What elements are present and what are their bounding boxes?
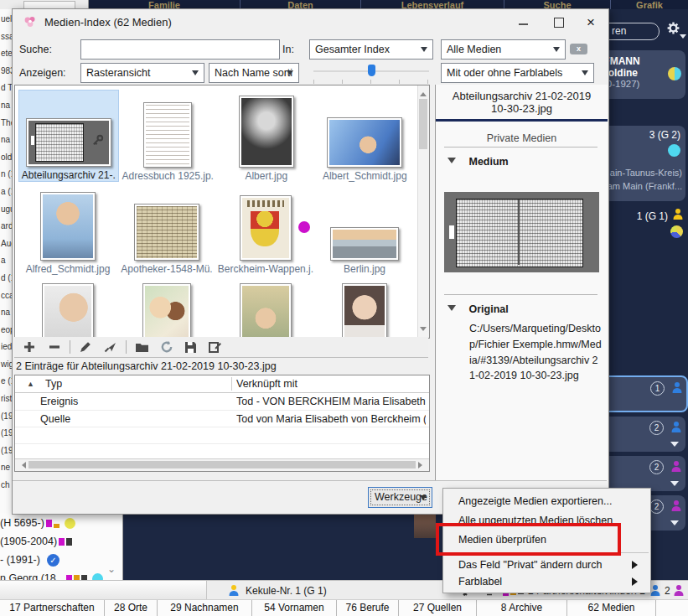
media-item[interactable]: Apotheker-1548-Mü. bbox=[117, 186, 216, 275]
detach-pin-button[interactable] bbox=[103, 340, 117, 354]
stat-quellen[interactable]: 27 Quellen bbox=[399, 600, 477, 616]
links-table: ▲ Typ Verknüpft mit Ereignis Tod - VON B… bbox=[14, 375, 430, 472]
list-item-label: - (1991-) bbox=[0, 554, 40, 566]
tab-grafik[interactable]: Grafik bbox=[611, 0, 688, 9]
stat-berufe[interactable]: 76 Berufe bbox=[337, 600, 399, 616]
table-header-row[interactable]: ▲ Typ Verknüpft mit bbox=[15, 375, 429, 393]
scroll-down-arrow[interactable] bbox=[420, 327, 427, 334]
stat-archive[interactable]: 8 Archive bbox=[477, 600, 567, 616]
close-button[interactable]: × bbox=[584, 16, 597, 29]
media-item-label: Albert_Schmidt.jpg bbox=[323, 170, 407, 182]
gear-icon[interactable] bbox=[666, 21, 680, 35]
column-header-typ[interactable]: Typ bbox=[45, 375, 62, 392]
media-toolbar bbox=[14, 337, 428, 358]
stat-orte[interactable]: 28 Orte bbox=[105, 600, 158, 616]
color-label-chip bbox=[54, 524, 59, 528]
scroll-left-arrow[interactable] bbox=[18, 462, 26, 468]
scroll-right-arrow[interactable] bbox=[418, 462, 426, 468]
scroll-down-chevron[interactable]: ⌄ bbox=[107, 563, 116, 575]
media-item[interactable]: Adressbuch 1925.jp. bbox=[119, 90, 218, 182]
list-item[interactable]: - (1991-)✓ bbox=[0, 551, 122, 568]
search-label: Suche: bbox=[19, 44, 52, 55]
grid-vertical-scrollbar[interactable] bbox=[417, 85, 429, 338]
stat-partnerschaften[interactable]: 17 Partnerschaften bbox=[0, 600, 105, 616]
edit-pencil-button[interactable] bbox=[79, 340, 92, 354]
union-number: 1 bbox=[650, 381, 665, 396]
row-linked: Tod von Maria Elisabeth von Berckheim (1… bbox=[236, 411, 426, 427]
slider-handle[interactable] bbox=[368, 65, 375, 76]
open-folder-button[interactable] bbox=[135, 341, 149, 354]
media-detail-title: Abteilungsarchiv 21-02-2019 10-30-23.jpg bbox=[444, 90, 599, 115]
clear-search-button[interactable]: x bbox=[570, 44, 587, 54]
index-scope-dropdown[interactable]: Gesamter Index bbox=[309, 39, 433, 60]
media-item[interactable]: Alfred_Schmidt.jpg bbox=[18, 186, 117, 275]
toolbar-separator bbox=[70, 340, 70, 354]
expand-chevron-icon[interactable] bbox=[670, 520, 679, 530]
background-list-bottom: (H 5695-) (1905-2004) - (1991-)✓ n Georg… bbox=[0, 513, 123, 580]
werkzeuge-button[interactable]: Werkzeuge bbox=[368, 487, 432, 508]
add-media-button[interactable] bbox=[23, 340, 36, 354]
minimize-button[interactable] bbox=[517, 16, 530, 29]
table-horizontal-scrollbar[interactable] bbox=[15, 458, 429, 471]
media-item-label: Berckheim-Wappen.j. bbox=[218, 263, 313, 275]
person-icon-blue bbox=[670, 422, 681, 432]
sort-asc-icon[interactable]: ▲ bbox=[27, 375, 34, 392]
media-item[interactable] bbox=[315, 283, 414, 339]
media-item[interactable]: Albert.jpg bbox=[217, 90, 316, 182]
table-row[interactable]: Ereignis Tod - VON BERCKHEIM Maria Elisa… bbox=[15, 393, 429, 410]
menu-item-label: Farblabel bbox=[458, 576, 502, 588]
table-row[interactable]: Quelle Tod von Maria Elisabeth von Berck… bbox=[15, 410, 429, 427]
collapse-triangle-icon[interactable] bbox=[447, 158, 456, 168]
color-label-filter-dropdown[interactable]: Mit oder ohne Farblabels bbox=[441, 63, 594, 83]
column-header-verknuepft[interactable]: Verknüpft mit bbox=[236, 375, 426, 392]
list-item-label: n Georg (18... bbox=[0, 572, 65, 580]
book-tab bbox=[449, 225, 454, 239]
search-input[interactable] bbox=[80, 39, 280, 60]
generation-count: 3 (G 2) bbox=[649, 129, 680, 141]
maximize-button[interactable] bbox=[552, 16, 566, 29]
scroll-up-arrow[interactable] bbox=[420, 89, 427, 96]
dialog-bottom-separator bbox=[13, 480, 607, 481]
anzeigen-label: Anzeigen: bbox=[19, 67, 66, 79]
media-item[interactable] bbox=[216, 283, 315, 339]
list-item[interactable]: (H 5695-) bbox=[0, 515, 122, 531]
sort-dropdown[interactable]: Nach Name sorti bbox=[209, 63, 299, 83]
color-label-chip bbox=[59, 538, 65, 546]
media-preview-image[interactable] bbox=[444, 192, 599, 272]
medium-section-header[interactable]: Medium bbox=[447, 156, 509, 168]
dialog-title-bar[interactable]: Medien-Index (62 Medien) × bbox=[13, 9, 608, 34]
stat-vornamen[interactable]: 54 Vornamen bbox=[252, 600, 337, 616]
media-item[interactable]: Albert_Schmidt.jpg bbox=[316, 90, 415, 182]
refresh-button[interactable] bbox=[160, 340, 173, 354]
menu-item-export[interactable]: Angezeigte Medien exportieren... bbox=[443, 492, 650, 511]
kekule-generation-label: 1 (G 1) bbox=[637, 210, 668, 222]
magenta-color-label-dot bbox=[298, 221, 310, 233]
in-label: In: bbox=[282, 44, 294, 55]
background-photo-fragment bbox=[414, 515, 436, 538]
stat-medien[interactable]: 62 Medien bbox=[567, 600, 656, 616]
collapse-triangle-icon[interactable] bbox=[447, 305, 456, 315]
media-item[interactable]: Berckheim-Wappen.j. bbox=[216, 186, 315, 275]
scrollbar-thumb[interactable] bbox=[28, 461, 416, 468]
submenu-arrow-icon bbox=[632, 577, 642, 586]
list-item[interactable]: n Georg (18... bbox=[0, 570, 122, 580]
submenu-arrow-icon bbox=[632, 561, 642, 569]
edit-document-button[interactable] bbox=[208, 340, 222, 354]
expand-chevron-icon[interactable] bbox=[670, 481, 679, 490]
save-button[interactable] bbox=[184, 341, 197, 354]
media-item-selected[interactable]: Abteilungsarchiv 21-. bbox=[18, 90, 119, 182]
name-list-fragments: uell ssa ete 983 d Th na M Ther na ( old… bbox=[1, 11, 13, 494]
list-item[interactable]: (1905-2004) bbox=[0, 533, 122, 550]
menu-item-farblabel[interactable]: Farblabel bbox=[443, 572, 650, 592]
remove-media-button[interactable] bbox=[48, 340, 61, 354]
stat-nachnamen[interactable]: 29 Nachnamen bbox=[158, 600, 252, 616]
original-section-header[interactable]: Original bbox=[447, 303, 509, 315]
expand-chevron-icon[interactable] bbox=[670, 442, 679, 451]
private-media-label[interactable]: Private Medien bbox=[436, 132, 608, 144]
view-mode-dropdown[interactable]: Rasteransicht bbox=[80, 63, 204, 83]
media-type-dropdown[interactable]: Alle Medien bbox=[441, 39, 566, 60]
scrollbar-thumb[interactable] bbox=[419, 99, 427, 149]
media-item[interactable] bbox=[117, 283, 216, 339]
media-item[interactable] bbox=[18, 283, 117, 339]
media-item[interactable]: Berlin.jpg bbox=[315, 186, 414, 275]
